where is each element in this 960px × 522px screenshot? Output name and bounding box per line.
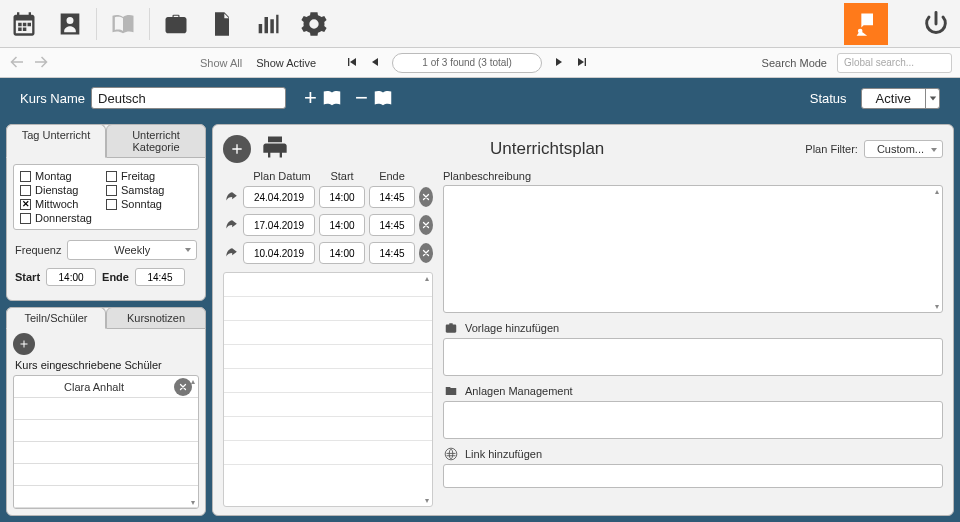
next-record-icon[interactable] xyxy=(550,54,566,72)
schedule-panel: Tag Unterricht Unterricht Kategorie Mont… xyxy=(6,124,206,301)
document-icon[interactable] xyxy=(206,8,238,40)
tab-teiln-schueler[interactable]: Teiln/Schüler xyxy=(6,307,106,329)
course-header: Kurs Name + − Status Active xyxy=(0,78,960,118)
power-icon[interactable] xyxy=(920,8,952,40)
tab-tag-unterricht[interactable]: Tag Unterricht xyxy=(6,124,106,158)
day-donnerstag[interactable]: Donnerstag xyxy=(20,212,106,224)
prev-record-icon[interactable] xyxy=(368,54,384,72)
navbar: Show All Show Active 1 of 3 found (3 tot… xyxy=(0,48,960,78)
status-label: Status xyxy=(810,91,847,106)
share-icon[interactable] xyxy=(223,216,239,234)
start-time-input[interactable] xyxy=(46,268,96,286)
plan-row xyxy=(223,214,433,236)
calendar-icon[interactable] xyxy=(8,8,40,40)
delete-plan-button[interactable] xyxy=(419,243,433,263)
plan-start-input[interactable] xyxy=(319,214,365,236)
start-label: Start xyxy=(15,271,40,283)
link-input[interactable] xyxy=(443,464,943,488)
last-record-icon[interactable] xyxy=(574,54,590,72)
nav-forward-icon[interactable] xyxy=(32,53,50,73)
frequenz-select[interactable]: Weekly xyxy=(67,240,197,260)
student-name: Clara Anhalt xyxy=(20,381,168,393)
lesson-plan-title: Unterrichtsplan xyxy=(301,139,793,159)
plan-row xyxy=(223,186,433,208)
briefcase-icon xyxy=(443,321,459,335)
nav-back-icon[interactable] xyxy=(8,53,26,73)
ende-label: Ende xyxy=(102,271,129,283)
link-label: Link hinzufügen xyxy=(465,448,542,460)
briefcase-icon[interactable] xyxy=(160,8,192,40)
plan-start-input[interactable] xyxy=(319,186,365,208)
plan-date-input[interactable] xyxy=(243,242,315,264)
add-course-button[interactable]: + xyxy=(304,87,345,109)
delete-plan-button[interactable] xyxy=(419,187,433,207)
share-icon[interactable] xyxy=(223,244,239,262)
teacher-icon[interactable] xyxy=(844,3,888,45)
share-icon[interactable] xyxy=(223,188,239,206)
remove-course-button[interactable]: − xyxy=(355,87,396,109)
ende-time-input[interactable] xyxy=(135,268,185,286)
print-icon[interactable] xyxy=(261,133,289,164)
plan-list-empty: ▴▾ xyxy=(223,272,433,507)
kurs-name-label: Kurs Name xyxy=(20,91,85,106)
add-student-button[interactable] xyxy=(13,333,35,355)
day-samstag[interactable]: Samstag xyxy=(106,184,192,196)
plan-date-input[interactable] xyxy=(243,186,315,208)
plan-filter-label: Plan Filter: xyxy=(805,143,858,155)
day-montag[interactable]: Montag xyxy=(20,170,106,182)
plan-filter-select[interactable]: Custom... xyxy=(864,140,943,158)
record-counter[interactable]: 1 of 3 found (3 total) xyxy=(392,53,542,73)
folder-icon xyxy=(443,384,459,398)
students-panel: Teiln/Schüler Kursnotizen Kurs eingeschr… xyxy=(6,307,206,516)
add-plan-button[interactable] xyxy=(223,135,251,163)
show-all-link[interactable]: Show All xyxy=(200,57,242,69)
vorlage-input[interactable] xyxy=(443,338,943,376)
global-search-input[interactable]: Global search... xyxy=(837,53,952,73)
plan-row xyxy=(223,242,433,264)
enrolled-title: Kurs eingeschriebene Schüler xyxy=(7,355,205,373)
search-mode-link[interactable]: Search Mode xyxy=(762,57,827,69)
col-start: Start xyxy=(317,170,367,182)
plan-start-input[interactable] xyxy=(319,242,365,264)
status-dropdown-icon[interactable] xyxy=(926,88,940,109)
vorlage-label: Vorlage hinzufügen xyxy=(465,322,559,334)
plan-date-input[interactable] xyxy=(243,214,315,236)
delete-plan-button[interactable] xyxy=(419,215,433,235)
day-sonntag[interactable]: Sonntag xyxy=(106,198,192,210)
tab-unterricht-kategorie[interactable]: Unterricht Kategorie xyxy=(106,124,206,158)
remove-student-button[interactable] xyxy=(174,378,192,396)
kurs-name-input[interactable] xyxy=(91,87,286,109)
planbeschreibung-input[interactable]: ▴▾ xyxy=(443,185,943,313)
status-value[interactable]: Active xyxy=(861,88,926,109)
planbeschreibung-label: Planbeschreibung xyxy=(443,170,531,182)
student-row: Clara Anhalt xyxy=(14,376,198,398)
plan-end-input[interactable] xyxy=(369,214,415,236)
book-icon[interactable] xyxy=(107,8,139,40)
person-icon[interactable] xyxy=(54,8,86,40)
tab-kursnotizen[interactable]: Kursnotizen xyxy=(106,307,206,329)
lesson-plan-panel: Unterrichtsplan Plan Filter: Custom... P… xyxy=(212,124,954,516)
student-list: Clara Anhalt ▴▾ xyxy=(13,375,199,509)
anlagen-input[interactable] xyxy=(443,401,943,439)
col-plan-datum: Plan Datum xyxy=(247,170,317,182)
day-freitag[interactable]: Freitag xyxy=(106,170,192,182)
frequenz-label: Frequenz xyxy=(15,244,61,256)
day-dienstag[interactable]: Dienstag xyxy=(20,184,106,196)
col-ende: Ende xyxy=(367,170,417,182)
plan-end-input[interactable] xyxy=(369,186,415,208)
chart-icon[interactable] xyxy=(252,8,284,40)
show-active-link[interactable]: Show Active xyxy=(256,57,316,69)
plan-end-input[interactable] xyxy=(369,242,415,264)
globe-icon xyxy=(443,447,459,461)
day-mittwoch[interactable]: Mittwoch xyxy=(20,198,106,210)
toolbar xyxy=(0,0,960,48)
gear-icon[interactable] xyxy=(298,8,330,40)
first-record-icon[interactable] xyxy=(344,54,360,72)
anlagen-label: Anlagen Management xyxy=(465,385,573,397)
